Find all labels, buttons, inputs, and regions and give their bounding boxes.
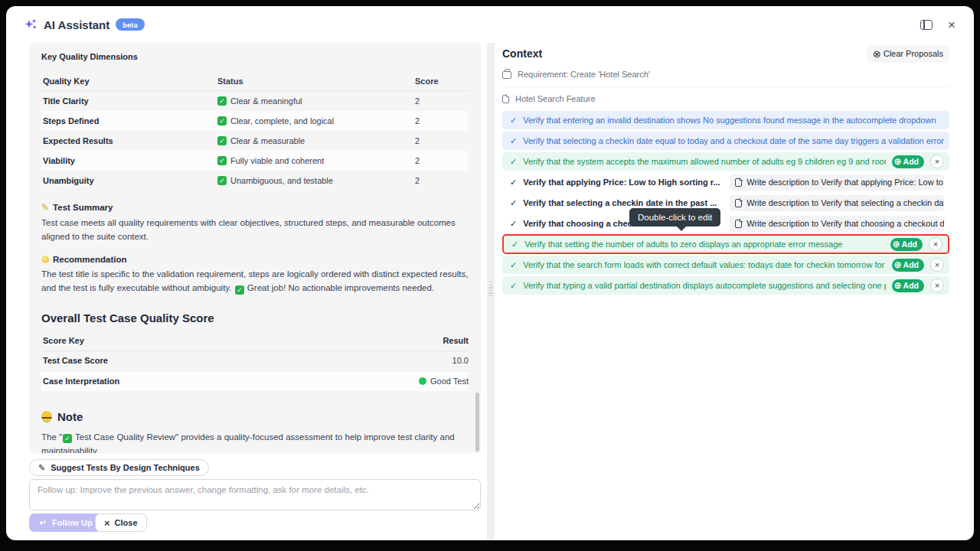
proposal-title: Verify that applying Price: Low to High … xyxy=(523,178,724,187)
dimension-score: 2 xyxy=(415,156,469,165)
overall-score-title: Overall Test Case Quality Score xyxy=(41,311,469,324)
file-icon xyxy=(735,199,742,207)
plus-circle-icon xyxy=(894,281,902,290)
add-proposal-button[interactable]: Add xyxy=(892,155,924,168)
check-icon: ✓ xyxy=(510,198,517,208)
proposal-item[interactable]: ✓Verify that the system accepts the maxi… xyxy=(502,152,949,171)
score-row: Case Interpretation Good Test xyxy=(41,371,469,391)
proposal-list: ✓Verify that entering an invalid destina… xyxy=(502,111,949,295)
recommendation-title: Recommendation xyxy=(41,255,469,264)
check-icon xyxy=(217,116,227,126)
dimension-status: Clear, complete, and logical xyxy=(217,116,415,126)
green-circle-icon xyxy=(419,377,426,385)
edit-tooltip: Double-click to edit xyxy=(629,208,720,227)
panel-layout-icon[interactable] xyxy=(920,20,933,30)
write-description-chip[interactable]: Write description to Verify that applyin… xyxy=(730,174,944,191)
proposal-text: Verify that setting the number of adults… xyxy=(524,240,884,249)
recommendation-body: The test title is specific to the valida… xyxy=(41,267,469,295)
file-icon xyxy=(502,95,509,103)
title-group: AI Assistant beta xyxy=(24,18,145,31)
write-description-label: Write description to Verify that choosin… xyxy=(746,219,944,228)
check-icon xyxy=(217,136,227,145)
write-description-label: Write description to Verify that applyin… xyxy=(746,178,944,187)
remove-proposal-button[interactable]: × xyxy=(930,258,944,272)
dimensions-title: Key Quality Dimensions xyxy=(41,52,469,61)
check-icon: ✓ xyxy=(511,240,518,249)
clear-proposals-button[interactable]: Clear Proposals xyxy=(867,45,949,63)
dimension-key: Title Clarity xyxy=(41,96,217,106)
file-icon xyxy=(735,178,742,187)
quality-dimension-row: Expected Results Clear & measurable 2 xyxy=(41,131,469,151)
dimension-status: Clear & meaningful xyxy=(217,96,415,106)
briefcase-icon xyxy=(502,71,511,79)
requirement-row[interactable]: Requirement: Create 'Hotel Search' xyxy=(502,64,949,87)
dimension-key: Viability xyxy=(41,156,217,165)
check-icon: ✓ xyxy=(510,136,517,146)
proposal-item[interactable]: ✓Verify that setting the number of adult… xyxy=(502,234,949,254)
add-proposal-button[interactable]: Add xyxy=(890,238,923,251)
panel-resize-handle[interactable] xyxy=(487,43,495,540)
check-icon: ✓ xyxy=(510,219,517,229)
followup-input[interactable] xyxy=(29,479,481,510)
proposal-item[interactable]: ✓Verify that the search form loads with … xyxy=(502,256,949,274)
close-button[interactable]: Close xyxy=(95,514,147,532)
close-icon[interactable]: × xyxy=(948,18,956,31)
proposal-item[interactable]: ✓Verify that selecting a checkin date eq… xyxy=(502,132,949,150)
x-icon xyxy=(104,517,110,529)
review-scroll-area[interactable]: Key Quality Dimensions Quality Key Statu… xyxy=(29,43,481,453)
overall-score-table: Score Key Result Test Case Score 10.0 Ca… xyxy=(41,331,469,391)
recommendation-section: Recommendation The test title is specifi… xyxy=(41,255,469,295)
add-proposal-button[interactable]: Add xyxy=(892,279,924,292)
remove-proposal-button[interactable]: × xyxy=(930,279,944,292)
context-title: Context xyxy=(502,47,542,60)
memo-icon xyxy=(41,202,49,213)
proposal-text: Verify that entering an invalid destinat… xyxy=(523,116,944,125)
proposal-item[interactable]: ✓Verify that applying Price: Low to High… xyxy=(502,173,949,191)
proposal-item[interactable]: ✓Verify that entering an invalid destina… xyxy=(502,111,949,129)
score-header-row: Score Key Result xyxy=(41,331,469,351)
test-summary-section: Test Summary Test case meets all quality… xyxy=(41,202,469,243)
dimension-key: Unambiguity xyxy=(41,176,217,185)
pencil-icon xyxy=(38,463,45,473)
quality-dimension-row: Viability Fully viable and coherent 2 xyxy=(41,151,469,171)
proposal-item[interactable]: ✓Verify that typing a valid partial dest… xyxy=(502,276,949,295)
dimension-status: Fully viable and coherent xyxy=(217,156,415,165)
add-proposal-button[interactable]: Add xyxy=(892,259,924,272)
column-header: Score xyxy=(415,77,469,86)
suggest-tests-button[interactable]: Suggest Tests By Design Techniques xyxy=(29,459,209,476)
bee-icon xyxy=(41,411,52,422)
column-header: Quality Key xyxy=(41,77,217,86)
write-description-chip[interactable]: Write description to Verify that selecti… xyxy=(730,195,944,211)
resize-grip-icon xyxy=(488,282,493,298)
window-header: AI Assistant beta × xyxy=(6,6,974,43)
proposal-item[interactable]: ✓Verify that selecting a checkin date in… xyxy=(502,194,949,212)
quality-dimensions-table: Quality Key Status Score Title Clarity C… xyxy=(41,71,469,191)
dimensions-header-row: Quality Key Status Score xyxy=(41,71,469,91)
context-header: Context Clear Proposals xyxy=(502,43,949,64)
dimension-score: 2 xyxy=(415,136,469,145)
ai-assistant-window: AI Assistant beta × Key Quality Dimensio… xyxy=(6,6,974,540)
dimension-key: Expected Results xyxy=(41,136,217,145)
sparkles-icon xyxy=(24,18,38,31)
write-description-chip[interactable]: Write description to Verify that choosin… xyxy=(730,216,944,232)
column-header: Status xyxy=(217,77,415,86)
left-scrollbar-thumb[interactable] xyxy=(475,393,479,452)
feature-label: Hotel Search Feature xyxy=(515,94,596,103)
quality-dimension-row: Steps Defined Clear, complete, and logic… xyxy=(41,111,469,131)
remove-proposal-button[interactable]: × xyxy=(929,237,942,251)
feature-row[interactable]: Hotel Search Feature xyxy=(502,87,949,109)
check-icon xyxy=(217,96,227,106)
quality-dimension-row: Title Clarity Clear & meaningful 2 xyxy=(41,91,469,111)
followup-button[interactable]: Follow Up xyxy=(29,514,103,532)
proposal-text: Verify that selecting a checkin date equ… xyxy=(523,136,944,145)
app-title: AI Assistant xyxy=(44,18,109,31)
dimension-score: 2 xyxy=(415,116,469,126)
remove-proposal-button[interactable]: × xyxy=(930,155,944,168)
score-key: Case Interpretation xyxy=(41,377,419,386)
test-summary-body: Test case meets all quality requirements… xyxy=(41,216,469,243)
check-icon: ✓ xyxy=(510,116,517,126)
proposal-title: Verify that selecting a checkin date in … xyxy=(523,198,724,207)
clear-proposals-label: Clear Proposals xyxy=(884,49,943,58)
proposal-item[interactable]: ✓Verify that choosing a check Write desc… xyxy=(502,214,949,233)
note-title: Note xyxy=(41,410,469,423)
